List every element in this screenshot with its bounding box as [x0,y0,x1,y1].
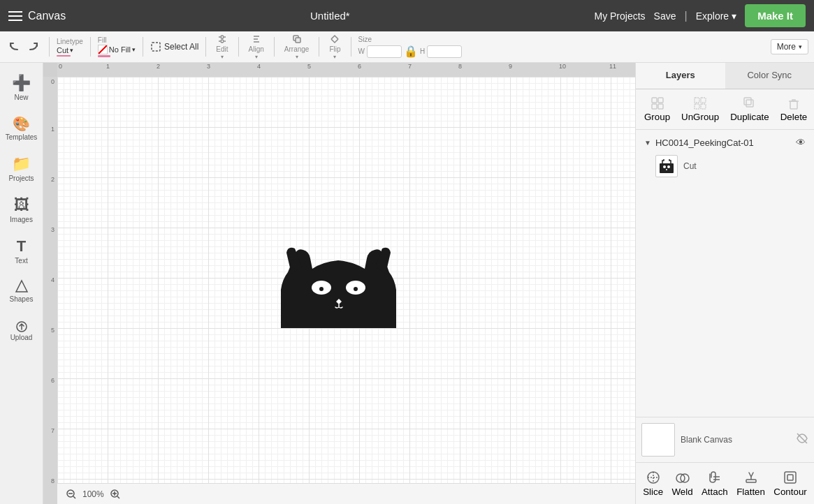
tab-layers[interactable]: Layers [636,63,725,89]
templates-icon: 🎨 [13,115,30,132]
arrange-button[interactable]: Arrange ▾ [282,31,312,63]
flip-chevron-icon: ▾ [333,54,336,60]
ruler-h-mark-2: 2 [157,63,160,70]
slice-button[interactable]: Slice [639,467,667,500]
arrange-icon [291,34,303,45]
ruler-v-mark-8: 8 [51,477,54,484]
zoom-value: 100% [82,489,104,499]
delete-button[interactable]: Delete [775,94,813,125]
upload-icon [14,317,29,332]
edit-button[interactable]: Edit ▾ [213,31,231,63]
svg-point-1 [221,36,224,38]
more-chevron-icon: ▾ [799,43,802,50]
linetype-indicator [57,55,71,57]
sidebar-item-projects[interactable]: 📁 Projects [2,149,41,188]
sidebar-label-templates: Templates [6,133,38,141]
select-all-icon [150,41,161,52]
linetype-label: Linetype [57,38,83,45]
canvas-area[interactable]: 0 1 2 3 4 5 6 7 8 9 10 11 0 1 2 3 4 [43,63,635,504]
fill-select[interactable]: No Fill ▾ [98,45,136,54]
align-button[interactable]: Align ▾ [246,31,267,63]
save-button[interactable]: Save [654,10,676,22]
redo-button[interactable] [25,38,42,55]
zoom-in-button[interactable] [108,487,122,501]
ruler-h-mark-8: 8 [458,63,462,70]
panel-tabs: Layers Color Sync [636,63,814,89]
toolbar: Linetype Cut ▾ Fill No Fill ▾ Select All [0,31,814,63]
bottom-tools: Slice Weld Attach [636,462,814,504]
ruler-v-mark-2: 2 [51,176,54,183]
no-fill-icon [98,45,108,54]
svg-rect-31 [746,100,753,107]
height-input[interactable] [427,45,462,58]
sidebar-item-templates[interactable]: 🎨 Templates [2,110,41,147]
hide-icon-svg [796,432,808,445]
width-input[interactable] [367,45,402,58]
ruler-v-mark-5: 5 [51,327,54,334]
svg-point-14 [319,287,324,291]
lock-icon: 🔒 [404,45,418,58]
arrange-label: Arrange [284,45,310,53]
cat-shape[interactable] [274,237,403,331]
contour-button[interactable]: Contour [769,467,811,500]
attach-icon [707,470,722,485]
ungroup-button[interactable]: UnGroup [676,94,725,125]
sidebar-label-upload: Upload [10,334,33,341]
explore-button[interactable]: Explore ▾ [696,10,736,22]
tab-layers-label: Layers [666,70,695,80]
undo-button[interactable] [6,38,22,55]
svg-point-13 [349,281,355,288]
zoom-out-button[interactable] [64,487,78,501]
linetype-select[interactable]: Cut ▾ [57,46,83,54]
make-it-button[interactable]: Make It [745,4,806,27]
canvas-grid [57,77,635,483]
flip-button[interactable]: Flip ▾ [326,31,343,63]
group-button[interactable]: Group [639,94,676,125]
size-section: Size W 🔒 H [358,36,463,58]
slice-label: Slice [643,487,663,497]
layer-item-cut[interactable]: Cut [639,152,811,180]
weld-button[interactable]: Weld [667,467,697,500]
hide-canvas-icon[interactable] [796,432,808,447]
sidebar-item-shapes[interactable]: Shapes [2,273,41,309]
topbar-right: My Projects Save | Explore ▾ Make It [594,4,806,27]
shapes-icon [14,279,29,294]
flatten-button[interactable]: Flatten [732,467,769,500]
layer-thumbnail [655,155,678,177]
svg-rect-28 [701,98,706,103]
svg-rect-32 [744,98,751,105]
svg-rect-50 [787,475,793,480]
sidebar-item-upload[interactable]: Upload [2,311,41,347]
hamburger-menu[interactable] [8,11,22,21]
ruler-v-mark-4: 4 [51,276,54,283]
blank-canvas-thumbnail [641,423,675,457]
ungroup-label: UnGroup [681,112,719,122]
layer-visibility-icon[interactable]: 👁 [796,137,806,148]
ruler-v-mark-6: 6 [51,377,54,384]
layer-group-header[interactable]: ▼ HC0014_PeekingCat-01 👁 [639,133,811,152]
ungroup-icon [693,96,707,110]
redo-icon [28,41,39,52]
cat-svg [274,237,403,328]
svg-line-18 [73,496,75,498]
ruler-corner [43,63,57,77]
sidebar-item-new[interactable]: ➕ New [2,68,41,107]
flip-icon [329,34,340,45]
select-all-button[interactable]: Select All [150,41,198,52]
tab-color-sync[interactable]: Color Sync [725,63,815,89]
zoom-bar: 100% [57,483,635,504]
my-projects-link[interactable]: My Projects [594,10,645,22]
h-label: H [420,47,425,55]
attach-button[interactable]: Attach [697,467,732,500]
duplicate-button[interactable]: Duplicate [725,94,775,125]
ruler-h-mark-11: 11 [609,63,616,70]
ruler-h-mark-10: 10 [559,63,566,70]
sidebar-item-text[interactable]: T Text [2,232,41,270]
ruler-h-mark-5: 5 [307,63,311,70]
sidebar-item-images[interactable]: 🖼 Images [2,191,41,229]
size-label: Size [358,36,463,43]
more-button[interactable]: More ▾ [771,39,808,54]
toolbar-divider-4 [205,37,206,57]
zoom-in-icon [110,489,120,499]
svg-rect-35 [660,163,674,173]
